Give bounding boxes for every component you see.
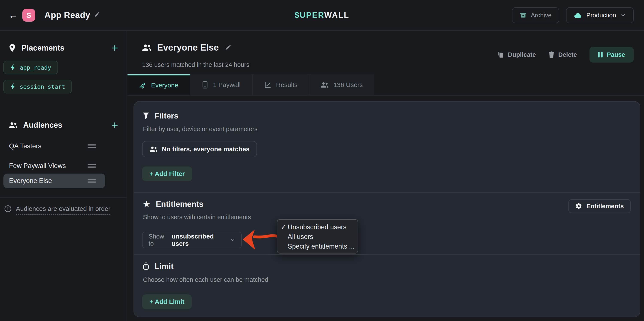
trash-icon	[548, 51, 554, 58]
environment-label: Production	[586, 12, 616, 19]
back-arrow-icon[interactable]: ←	[8, 11, 18, 20]
audience-item-qa-testers[interactable]: QA Testers	[4, 139, 105, 153]
audience-page-title-row: Everyone Else	[142, 42, 231, 53]
audiences-order-note: Audiences are evaluated in order	[4, 205, 110, 215]
pause-label: Pause	[607, 51, 625, 58]
placements-title: Placements	[22, 43, 64, 52]
people-icon	[150, 146, 158, 152]
bolt-icon	[10, 83, 16, 90]
filters-header: Filters	[142, 111, 178, 120]
audiences-header: Audiences +	[8, 121, 118, 130]
duplicate-label: Duplicate	[508, 51, 536, 58]
audience-config-card: Filters Filter by user, device or event …	[134, 101, 640, 317]
page-title: Everyone Else	[157, 42, 219, 53]
menu-item-unsubscribed-users[interactable]: ✓ Unsubscribed users	[277, 222, 358, 232]
star-icon: ★	[142, 200, 151, 209]
entitlements-subtitle: Show to users with certain entitlements	[143, 214, 251, 221]
menu-item-label: Specify entitlements ...	[288, 243, 355, 250]
limit-title: Limit	[154, 262, 174, 271]
audiences-title: Audiences	[23, 121, 62, 130]
menu-item-specify-entitlements[interactable]: Specify entitlements ...	[277, 242, 358, 251]
manage-entitlements-label: Entitlements	[586, 203, 624, 210]
add-placement-button[interactable]: +	[112, 44, 118, 52]
phone-icon	[202, 81, 208, 89]
tab-label: 1 Paywall	[213, 81, 240, 89]
app-title: App Ready	[44, 10, 90, 20]
audience-tabs: Everyone 1 Paywall Results 136 Users	[128, 74, 644, 96]
manage-entitlements-button[interactable]: Entitlements	[568, 199, 631, 213]
matched-users-subtitle: 136 users matched in the last 24 hours	[142, 61, 250, 68]
audience-label: QA Testers	[9, 142, 42, 150]
drag-handle-icon[interactable]	[88, 145, 96, 148]
sidebar-divider	[0, 197, 127, 198]
archive-label: Archive	[531, 12, 552, 19]
audience-item-everyone-else[interactable]: Everyone Else	[4, 173, 105, 188]
section-divider	[134, 192, 640, 193]
menu-item-all-users[interactable]: All users	[277, 232, 358, 242]
edit-title-icon[interactable]	[224, 44, 231, 51]
archive-box-icon	[520, 12, 526, 19]
placement-label: app_ready	[20, 64, 51, 71]
placement-item-session-start[interactable]: session_start	[4, 80, 72, 93]
split-arrows-icon	[139, 82, 146, 89]
section-divider	[134, 254, 640, 255]
limit-header: Limit	[142, 262, 174, 271]
no-filters-chip[interactable]: No filters, everyone matches	[142, 141, 257, 157]
add-filter-button[interactable]: + Add Filter	[142, 166, 192, 181]
logo-rest-part: WALL	[324, 11, 349, 19]
audience-item-few-paywall-views[interactable]: Few Paywall Views	[4, 159, 105, 173]
dropdown-value: unsubscribed users	[172, 233, 225, 247]
delete-button[interactable]: Delete	[548, 51, 577, 58]
bolt-icon	[10, 64, 16, 71]
placements-header: Placements +	[8, 43, 118, 52]
app-initial: S	[26, 11, 31, 19]
tab-label: Results	[276, 81, 298, 89]
app-logo: S	[22, 9, 35, 22]
environment-selector[interactable]: Production	[566, 7, 634, 23]
map-pin-icon	[8, 44, 16, 52]
archive-button[interactable]: Archive	[512, 7, 560, 23]
duplicate-button[interactable]: Duplicate	[498, 51, 536, 58]
menu-item-label: All users	[288, 233, 313, 241]
tab-label: Everyone	[151, 82, 178, 89]
dropdown-prefix: Show to	[148, 233, 168, 247]
show-to-dropdown[interactable]: Show to unsubscribed users	[142, 232, 242, 248]
chart-icon	[264, 81, 271, 89]
add-limit-button[interactable]: + Add Limit	[142, 295, 192, 309]
drag-handle-icon[interactable]	[88, 164, 96, 167]
entitlements-header: ★ Entitlements	[142, 200, 204, 209]
no-filters-label: No filters, everyone matches	[162, 146, 250, 153]
entitlements-title: Entitlements	[156, 200, 204, 209]
filters-title: Filters	[154, 111, 178, 120]
delete-label: Delete	[558, 51, 577, 58]
add-audience-button[interactable]: +	[112, 121, 118, 130]
tab-results[interactable]: Results	[253, 74, 309, 95]
limit-subtitle: Choose how often each user can be matche…	[143, 276, 268, 283]
edit-app-title-icon[interactable]	[94, 11, 100, 18]
annotation-arrow	[242, 228, 278, 251]
tab-users[interactable]: 136 Users	[309, 74, 374, 95]
tab-label: 136 Users	[334, 81, 363, 89]
tab-everyone[interactable]: Everyone	[128, 74, 190, 95]
filters-subtitle: Filter by user, device or event paramete…	[143, 126, 258, 133]
entitlements-menu: ✓ Unsubscribed users All users Specify e…	[277, 219, 358, 254]
chevron-down-icon	[620, 12, 626, 18]
note-text: Audiences are evaluated in order	[16, 205, 110, 215]
people-icon	[142, 44, 152, 51]
copy-icon	[498, 51, 504, 58]
superwall-logo: $UPERWALL	[295, 11, 350, 20]
placement-label: session_start	[20, 83, 65, 90]
audience-label: Everyone Else	[9, 177, 52, 185]
placement-item-app-ready[interactable]: app_ready	[4, 61, 58, 74]
tab-paywall[interactable]: 1 Paywall	[190, 74, 253, 95]
check-icon: ✓	[281, 223, 286, 231]
stopwatch-icon	[142, 262, 150, 270]
chevron-down-icon	[230, 237, 235, 243]
pause-button[interactable]: Pause	[590, 47, 634, 63]
sidebar: Placements + app_ready session_start Aud…	[0, 31, 127, 321]
audience-actions: Duplicate Delete Pause	[498, 47, 634, 63]
cloud-icon	[574, 12, 582, 18]
info-icon	[4, 205, 12, 212]
drag-handle-icon[interactable]	[88, 179, 96, 182]
people-icon	[8, 122, 18, 129]
